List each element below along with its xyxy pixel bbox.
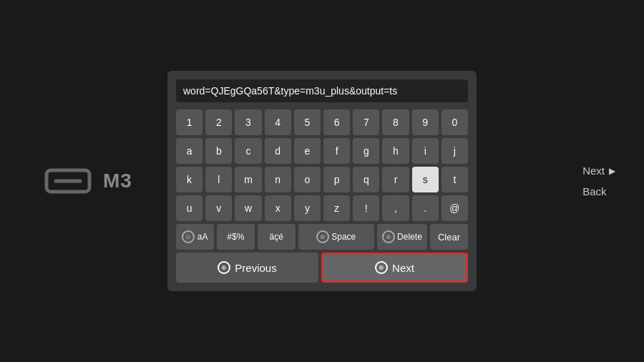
key-v[interactable]: v bbox=[205, 195, 232, 221]
logo-icon bbox=[43, 163, 93, 199]
key-3[interactable]: 3 bbox=[235, 109, 261, 135]
keyboard-modal: 1 2 3 4 5 6 7 8 9 0 a b c d e f g h i j … bbox=[167, 71, 477, 291]
key-y[interactable]: y bbox=[294, 195, 321, 221]
number-row: 1 2 3 4 5 6 7 8 9 0 bbox=[176, 109, 468, 135]
previous-label: Previous bbox=[235, 262, 276, 274]
key-e[interactable]: e bbox=[294, 138, 321, 164]
right-menu-back[interactable]: Back bbox=[582, 185, 615, 197]
key-exclaim[interactable]: ! bbox=[353, 195, 379, 221]
key-8[interactable]: 8 bbox=[382, 109, 409, 135]
next-circle-icon: ⊕ bbox=[375, 261, 388, 274]
key-o[interactable]: o bbox=[294, 167, 321, 192]
key-symbols[interactable]: #$% bbox=[217, 224, 255, 250]
key-c[interactable]: c bbox=[235, 138, 261, 164]
key-7[interactable]: 7 bbox=[353, 109, 379, 135]
key-f[interactable]: f bbox=[323, 138, 350, 164]
key-6[interactable]: 6 bbox=[323, 109, 350, 135]
key-h[interactable]: h bbox=[382, 138, 409, 164]
key-a[interactable]: a bbox=[176, 138, 203, 164]
key-u[interactable]: u bbox=[176, 195, 203, 221]
key-comma[interactable]: , bbox=[382, 195, 409, 221]
alpha-row-1: a b c d e f g h i j bbox=[176, 138, 468, 164]
key-m[interactable]: m bbox=[235, 167, 261, 192]
key-clear[interactable]: Clear bbox=[430, 224, 468, 250]
logo-text: M3 bbox=[103, 170, 132, 192]
key-0[interactable]: 0 bbox=[441, 109, 468, 135]
bottom-nav: ⊕ Previous ⊕ Next bbox=[176, 253, 468, 283]
key-z[interactable]: z bbox=[323, 195, 350, 221]
delete-icon: ⊕ bbox=[382, 230, 395, 243]
background-logo: M3 bbox=[43, 163, 132, 199]
url-input[interactable] bbox=[176, 79, 468, 102]
next-button[interactable]: ⊕ Next bbox=[321, 253, 468, 283]
key-space[interactable]: ⊕ Space bbox=[298, 224, 374, 250]
key-1[interactable]: 1 bbox=[176, 109, 203, 135]
key-x[interactable]: x bbox=[265, 195, 291, 221]
next-arrow-icon: ▶ bbox=[609, 166, 615, 176]
key-j[interactable]: j bbox=[441, 138, 468, 164]
key-g[interactable]: g bbox=[353, 138, 379, 164]
right-menu: Next ▶ Back bbox=[582, 165, 615, 197]
alpha-row-3: u v w x y z ! , . @ bbox=[176, 195, 468, 221]
right-menu-next-label: Next bbox=[582, 165, 605, 177]
right-menu-next[interactable]: Next ▶ bbox=[582, 165, 615, 177]
key-d[interactable]: d bbox=[265, 138, 291, 164]
key-i[interactable]: i bbox=[412, 138, 439, 164]
key-w[interactable]: w bbox=[235, 195, 261, 221]
space-icon: ⊕ bbox=[316, 230, 329, 243]
key-period[interactable]: . bbox=[412, 195, 439, 221]
function-row: ⊖ aA #$% äçé ⊕ Space ⊕ Delete Clear bbox=[176, 224, 468, 250]
key-4[interactable]: 4 bbox=[265, 109, 291, 135]
key-accents[interactable]: äçé bbox=[258, 224, 296, 250]
key-s[interactable]: s bbox=[412, 167, 439, 192]
key-5[interactable]: 5 bbox=[294, 109, 321, 135]
key-p[interactable]: p bbox=[323, 167, 350, 192]
next-label: Next bbox=[392, 262, 414, 274]
right-menu-back-label: Back bbox=[582, 185, 606, 197]
key-r[interactable]: r bbox=[382, 167, 409, 192]
previous-circle-icon: ⊕ bbox=[218, 261, 230, 274]
alpha-row-2: k l m n o p q r s t bbox=[176, 167, 468, 192]
key-t[interactable]: t bbox=[441, 167, 468, 192]
key-k[interactable]: k bbox=[176, 167, 203, 192]
key-2[interactable]: 2 bbox=[205, 109, 232, 135]
key-q[interactable]: q bbox=[353, 167, 379, 192]
key-9[interactable]: 9 bbox=[412, 109, 439, 135]
keyboard-rows: 1 2 3 4 5 6 7 8 9 0 a b c d e f g h i j … bbox=[176, 109, 468, 250]
key-case[interactable]: ⊖ aA bbox=[176, 224, 214, 250]
key-delete[interactable]: ⊕ Delete bbox=[377, 224, 428, 250]
previous-button[interactable]: ⊕ Previous bbox=[176, 253, 318, 283]
key-n[interactable]: n bbox=[265, 167, 291, 192]
key-b[interactable]: b bbox=[205, 138, 232, 164]
key-at[interactable]: @ bbox=[441, 195, 468, 221]
key-l[interactable]: l bbox=[205, 167, 232, 192]
case-icon: ⊖ bbox=[182, 230, 195, 243]
